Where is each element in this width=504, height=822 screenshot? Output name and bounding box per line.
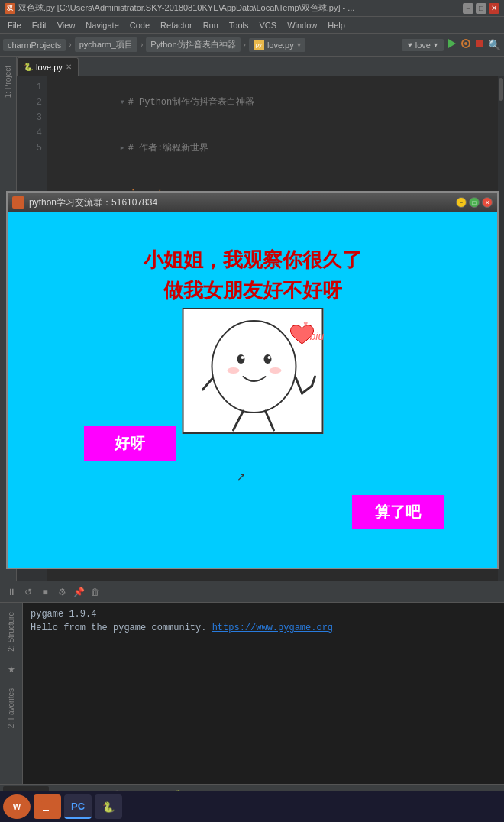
- menu-refactor[interactable]: Refactor: [156, 19, 197, 31]
- pygame-close-button[interactable]: ✕: [482, 197, 493, 208]
- breadcrumb-folder[interactable]: Python仿抖音表白神器: [146, 37, 240, 52]
- menu-file[interactable]: File: [3, 19, 26, 31]
- pause-button[interactable]: ⏸: [5, 585, 18, 599]
- svg-point-8: [267, 356, 270, 359]
- heart-icon: ♥: [408, 40, 412, 49]
- svg-line-12: [302, 386, 312, 393]
- bottom-side-panel: 2: Structure ★ 2: Favorites: [0, 603, 23, 784]
- editor-scrollbar[interactable]: [498, 76, 504, 581]
- run-button[interactable]: [447, 38, 457, 51]
- pin-button[interactable]: 📌: [72, 585, 86, 599]
- svg-point-5: [237, 354, 244, 364]
- stop-button[interactable]: [474, 38, 485, 51]
- menu-run[interactable]: Run: [199, 19, 223, 31]
- tab-love-py[interactable]: 🐍 love.py ✕: [17, 57, 79, 76]
- app-icon: 双: [5, 3, 15, 14]
- search-everywhere-button[interactable]: 🔍: [488, 39, 501, 51]
- taskbar-pycharm[interactable]: PC: [64, 794, 92, 819]
- minimize-button[interactable]: －: [463, 3, 473, 14]
- file-icon: py: [254, 40, 264, 50]
- pygame-text-line2: 做我女朋友好不好呀: [8, 277, 497, 304]
- trash-button[interactable]: 🗑: [89, 585, 102, 599]
- tab-label: love.py: [36, 63, 63, 72]
- menu-tools[interactable]: Tools: [225, 19, 254, 31]
- start-button[interactable]: W: [3, 794, 31, 819]
- pygame-title-bar: python学习交流群：516107834 － □ ✕: [8, 193, 497, 212]
- svg-marker-0: [448, 39, 456, 48]
- file-name: love.py: [267, 40, 294, 50]
- console-line-1: pygame 1.9.4: [31, 607, 496, 621]
- menu-help[interactable]: Help: [323, 19, 350, 31]
- menu-view[interactable]: View: [53, 19, 80, 31]
- code-line-2: ▸# 作者:编程新世界: [53, 125, 492, 171]
- console-output: pygame 1.9.4 Hello from the pygame commu…: [23, 603, 504, 784]
- svg-rect-3: [476, 40, 483, 47]
- svg-line-16: [265, 411, 273, 430]
- menu-vcs[interactable]: VCS: [255, 19, 282, 31]
- breadcrumb-project[interactable]: pycharm_项目: [75, 37, 137, 52]
- pygame-content: 小姐姐，我观察你很久了 做我女朋友好不好呀: [8, 212, 497, 568]
- svg-point-2: [464, 42, 467, 45]
- maximize-button[interactable]: □: [476, 3, 486, 14]
- breadcrumb: charmProjects › pycharm_项目 › Python仿抖音表白…: [3, 37, 305, 52]
- taskbar-jetbrains[interactable]: [34, 794, 61, 819]
- toolbar: charmProjects › pycharm_项目 › Python仿抖音表白…: [0, 34, 504, 57]
- favorites-panel-label[interactable]: 2: Favorites: [7, 688, 15, 728]
- window-title: 双色球.py [C:\Users\Administrator.SKY-20180…: [18, 2, 354, 14]
- svg-rect-20: [43, 810, 49, 811]
- pygame-minimize-button[interactable]: －: [456, 197, 467, 208]
- pygame-app-icon: [12, 196, 24, 209]
- cartoon-figure: biu ♥: [182, 308, 323, 434]
- bottom-panel: ⏸ ↺ ■ ⚙ 📌 🗑 2: Structure ★ 2: Favorites …: [0, 581, 504, 822]
- debug-button[interactable]: [460, 38, 471, 51]
- taskbar: W PC 🐍: [0, 791, 504, 822]
- svg-point-4: [212, 321, 296, 413]
- bottom-content: 2: Structure ★ 2: Favorites pygame 1.9.4…: [0, 603, 504, 784]
- mouse-cursor: ↗: [237, 471, 246, 480]
- svg-line-13: [312, 377, 315, 386]
- svg-point-9: [227, 367, 239, 374]
- stop-run-button[interactable]: ■: [38, 585, 52, 599]
- menu-bar: File Edit View Navigate Code Refactor Ru…: [0, 17, 504, 34]
- svg-point-6: [263, 354, 271, 364]
- run-config-selector[interactable]: ♥ love ▾: [402, 39, 444, 51]
- yes-button[interactable]: 好呀: [84, 426, 176, 461]
- rerun-button[interactable]: ↺: [21, 585, 35, 599]
- svg-line-14: [202, 378, 212, 390]
- project-panel-label[interactable]: 1: Project: [4, 66, 12, 98]
- tab-file-icon: 🐍: [24, 63, 33, 71]
- menu-navigate[interactable]: Navigate: [81, 19, 123, 31]
- title-bar: 双 双色球.py [C:\Users\Administrator.SKY-201…: [0, 0, 504, 17]
- breadcrumb-charm[interactable]: charmProjects: [3, 39, 66, 51]
- run-config-name: love: [415, 40, 431, 50]
- pygame-maximize-button[interactable]: □: [469, 197, 480, 208]
- cartoon-svg: biu ♥: [183, 309, 325, 435]
- tab-close-icon[interactable]: ✕: [66, 63, 72, 71]
- structure-panel-label[interactable]: 2: Structure: [7, 612, 15, 652]
- breadcrumb-file[interactable]: py love.py ▾: [249, 38, 305, 52]
- close-button[interactable]: ✕: [489, 3, 499, 14]
- editor-tabs: 🐍 love.py ✕: [17, 57, 504, 76]
- favorites-icon[interactable]: ★: [4, 662, 19, 678]
- svg-line-11: [296, 378, 302, 393]
- code-line-1: ▾# Python制作仿抖音表白神器: [53, 79, 492, 125]
- console-link[interactable]: https://www.pygame.org: [212, 623, 333, 633]
- svg-point-10: [269, 367, 281, 374]
- menu-window[interactable]: Window: [283, 19, 321, 31]
- bottom-toolbar: ⏸ ↺ ■ ⚙ 📌 🗑: [0, 581, 504, 603]
- menu-edit[interactable]: Edit: [27, 19, 51, 31]
- pygame-window-title: python学习交流群：516107834: [29, 196, 157, 209]
- jetbrains-icon: [40, 799, 55, 814]
- settings-button[interactable]: ⚙: [55, 585, 69, 599]
- menu-code[interactable]: Code: [125, 19, 154, 31]
- taskbar-python[interactable]: 🐍: [95, 794, 122, 819]
- svg-line-15: [233, 411, 243, 430]
- no-button[interactable]: 算了吧: [352, 495, 444, 529]
- svg-text:biu: biu: [309, 330, 324, 342]
- pygame-text-line1: 小姐姐，我观察你很久了: [8, 247, 497, 273]
- pygame-window: python学习交流群：516107834 － □ ✕ 小姐姐，我观察你很久了 …: [6, 191, 499, 569]
- svg-point-7: [241, 356, 244, 359]
- svg-text:♥: ♥: [303, 319, 308, 328]
- console-line-2: Hello from the pygame community. https:/…: [31, 621, 496, 635]
